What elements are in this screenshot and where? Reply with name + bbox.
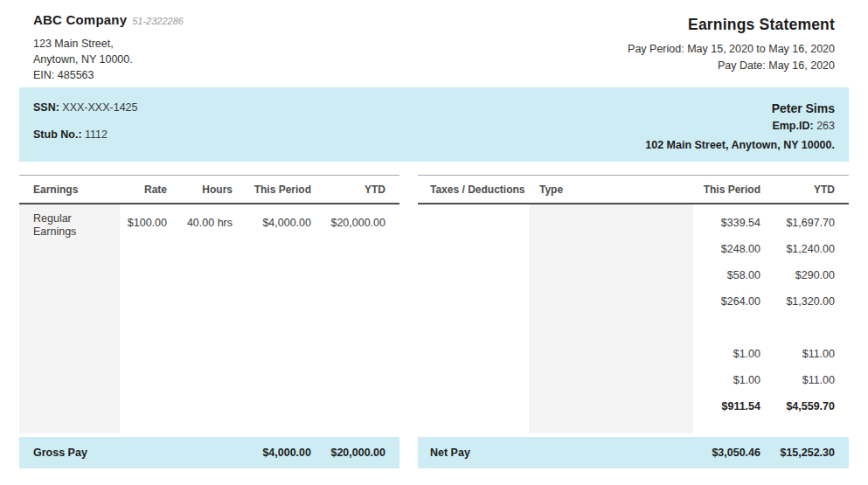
deduction-ytd: $1,240.00 bbox=[766, 243, 849, 255]
earnings-header-ytd: YTD bbox=[316, 184, 399, 196]
earnings-header-rate: Rate bbox=[120, 184, 172, 196]
company-name: ABC Company bbox=[33, 12, 127, 27]
pay-period: Pay Period: May 15, 2020 to May 16, 2020 bbox=[628, 41, 835, 58]
gross-pay-this-period: $4,000.00 bbox=[238, 447, 316, 459]
employee-ids-block: SSN: XXX-XXX-1425 Stub No.: 1112 bbox=[33, 100, 138, 162]
table-row: Regular Earnings $100.00 40.00 hrs $4,00… bbox=[19, 204, 399, 239]
ssn-value: XXX-XXX-1425 bbox=[62, 101, 137, 114]
company-ein: EIN: 485563 bbox=[33, 67, 184, 83]
employee-ssn: SSN: XXX-XXX-1425 bbox=[33, 100, 138, 114]
deductions-header-taxes: Taxes / Deductions bbox=[418, 184, 529, 196]
deductions-header-this-period: This Period bbox=[693, 184, 766, 196]
ein-value: 485563 bbox=[58, 69, 94, 81]
earnings-row-rate: $100.00 bbox=[120, 204, 172, 239]
earnings-row-hours: 40.00 hrs bbox=[172, 204, 238, 239]
net-pay-band: Net Pay $3,050.46 $15,252.30 bbox=[418, 437, 849, 468]
earnings-row-this-period: $4,000.00 bbox=[238, 204, 316, 239]
ssn-label: SSN: bbox=[33, 101, 59, 114]
gross-pay-band: Gross Pay $4,000.00 $20,000.00 bbox=[19, 437, 399, 468]
company-address-line-1: 123 Main Street, bbox=[33, 36, 184, 52]
deductions-table-header: Taxes / Deductions Type This Period YTD bbox=[418, 176, 849, 204]
employee-name: Peter Sims bbox=[645, 100, 835, 116]
employee-address: 102 Main Street, Anytown, NY 10000. bbox=[645, 135, 835, 155]
tables-section: Earnings Rate Hours This Period YTD Regu… bbox=[19, 175, 849, 468]
net-pay-this-period: $3,050.46 bbox=[693, 447, 766, 459]
company-info-block: ABC Company51-2322286 123 Main Street, A… bbox=[33, 12, 184, 87]
net-pay-ytd: $15,252.30 bbox=[766, 447, 849, 459]
stub-value: 1112 bbox=[85, 128, 108, 141]
stub-number: Stub No.: 1112 bbox=[33, 128, 138, 142]
pay-date: Pay Date: May 16, 2020 bbox=[628, 58, 835, 74]
deduction-this-period: $264.00 bbox=[693, 295, 766, 308]
deduction-this-period: $911.54 bbox=[693, 400, 766, 412]
net-pay-label: Net Pay bbox=[418, 447, 693, 459]
deductions-header-ytd: YTD bbox=[766, 184, 849, 196]
earnings-statement-page: ABC Company51-2322286 123 Main Street, A… bbox=[0, 0, 868, 485]
deduction-ytd: $11.00 bbox=[766, 348, 849, 360]
type-column-shade bbox=[529, 204, 693, 433]
earnings-table: Earnings Rate Hours This Period YTD Regu… bbox=[19, 175, 399, 468]
employee-identity-block: Peter Sims Emp.ID: 263 102 Main Street, … bbox=[645, 100, 835, 162]
company-id: 51-2322286 bbox=[132, 16, 184, 26]
deduction-ytd: $1,697.70 bbox=[766, 217, 849, 229]
deduction-ytd: $290.00 bbox=[766, 269, 849, 281]
deduction-ytd: $11.00 bbox=[766, 374, 849, 386]
emp-id-label: Emp.ID: bbox=[772, 120, 813, 132]
earnings-column-shade bbox=[19, 204, 120, 433]
earnings-row-name: Regular Earnings bbox=[19, 204, 120, 239]
earnings-header-earnings: Earnings bbox=[19, 184, 120, 196]
deduction-ytd: $1,320.00 bbox=[766, 295, 849, 308]
employee-id: Emp.ID: 263 bbox=[645, 116, 835, 135]
deduction-this-period: $1.00 bbox=[693, 348, 766, 360]
earnings-row-ytd: $20,000.00 bbox=[316, 204, 399, 239]
gross-pay-label: Gross Pay bbox=[19, 447, 238, 459]
document-header: ABC Company51-2322286 123 Main Street, A… bbox=[19, 0, 849, 87]
deduction-ytd: $4,559.70 bbox=[766, 400, 849, 412]
earnings-table-body: Regular Earnings $100.00 40.00 hrs $4,00… bbox=[19, 204, 399, 433]
earnings-header-this-period: This Period bbox=[238, 184, 316, 196]
company-address-line-2: Anytown, NY 10000. bbox=[33, 52, 184, 67]
deductions-header-type: Type bbox=[529, 184, 693, 196]
deduction-this-period: $58.00 bbox=[693, 269, 766, 281]
employee-info-band: SSN: XXX-XXX-1425 Stub No.: 1112 Peter S… bbox=[19, 87, 849, 162]
earnings-header-hours: Hours bbox=[172, 184, 238, 196]
deduction-this-period: $339.54 bbox=[693, 217, 766, 229]
earnings-table-header: Earnings Rate Hours This Period YTD bbox=[19, 176, 399, 204]
stub-label: Stub No.: bbox=[33, 128, 82, 141]
statement-title: Earnings Statement bbox=[628, 16, 835, 34]
ein-label: EIN: bbox=[33, 69, 54, 81]
deductions-table-body: Federal Withholding $339.54 $1,697.70 FI… bbox=[418, 204, 849, 433]
deduction-this-period: $1.00 bbox=[693, 374, 766, 386]
deduction-this-period: $248.00 bbox=[693, 243, 766, 255]
statement-info-block: Earnings Statement Pay Period: May 15, 2… bbox=[628, 12, 835, 87]
deductions-table: Taxes / Deductions Type This Period YTD … bbox=[418, 175, 849, 468]
gross-pay-ytd: $20,000.00 bbox=[316, 447, 399, 459]
emp-id-value: 263 bbox=[816, 120, 835, 132]
